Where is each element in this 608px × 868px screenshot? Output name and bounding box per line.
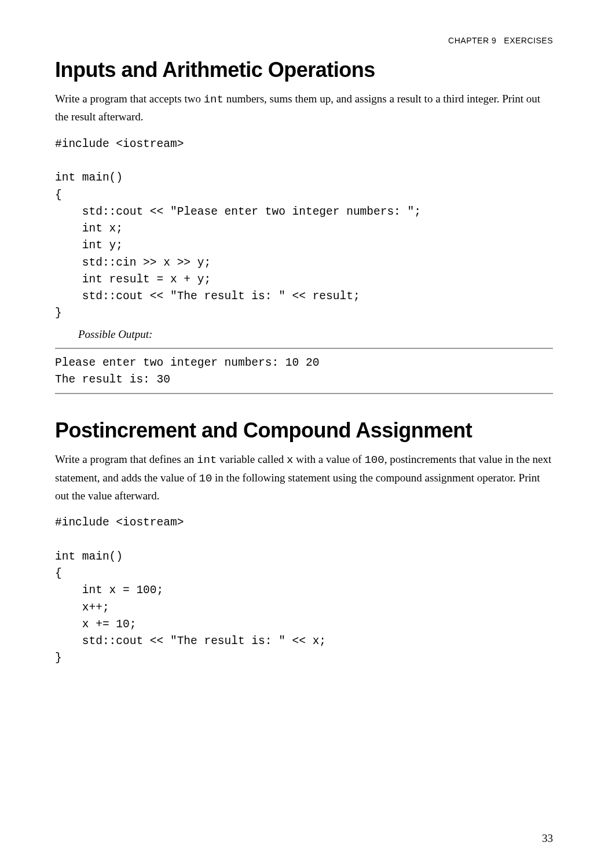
inline-code: x	[287, 454, 293, 466]
chapter-title: EXERCISES	[504, 36, 553, 45]
section-body-2: Write a program that defines an int vari…	[55, 451, 553, 504]
output-label-1: Possible Output:	[78, 328, 553, 341]
inline-code: int	[204, 93, 224, 106]
section-heading-2: Postincrement and Compound Assignment	[55, 418, 553, 443]
page-number: 33	[542, 832, 553, 845]
output-block-1: Please enter two integer numbers: 10 20 …	[55, 348, 553, 395]
inline-code: 10	[199, 472, 213, 485]
inline-code: int	[197, 454, 217, 466]
section-body-1: Write a program that accepts two int num…	[55, 90, 553, 126]
code-block-2: #include <iostream> int main() { int x =…	[55, 514, 553, 667]
inline-code: 100	[364, 454, 384, 466]
running-header: CHAPTER 9 EXERCISES	[55, 36, 553, 45]
section-heading-1: Inputs and Arithmetic Operations	[55, 58, 553, 82]
chapter-label: CHAPTER 9	[448, 36, 496, 45]
code-block-1: #include <iostream> int main() { std::co…	[55, 136, 553, 322]
